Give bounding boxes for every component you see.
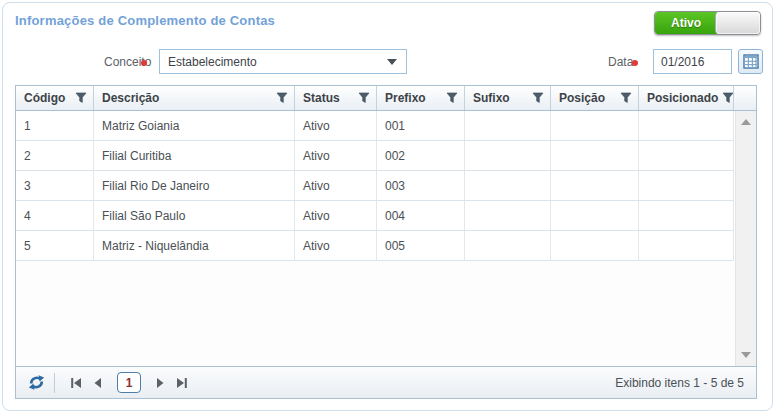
cell-descricao: Matriz Goiania	[94, 111, 295, 141]
calendar-icon	[743, 54, 759, 69]
cell-posicionado	[639, 141, 734, 171]
data-label: Data	[608, 55, 633, 69]
cell-posicao	[551, 201, 639, 231]
grid-body: 1 Matriz Goiania Ativo 001 2 Filial Curi…	[16, 111, 756, 366]
cell-prefixo: 004	[377, 201, 465, 231]
cell-descricao: Filial Rio De Janeiro	[94, 171, 295, 201]
column-header-descricao[interactable]: Descrição	[94, 86, 295, 110]
cell-sufixo	[465, 201, 551, 231]
cell-prefixo: 003	[377, 171, 465, 201]
page-number-button[interactable]: 1	[117, 372, 141, 393]
next-page-icon	[154, 377, 166, 389]
refresh-icon	[28, 374, 45, 391]
cell-descricao: Filial São Paulo	[94, 201, 295, 231]
calendar-button[interactable]	[738, 49, 763, 74]
cell-posicionado	[639, 171, 734, 201]
toggle-knob[interactable]	[715, 12, 760, 34]
cell-posicao	[551, 231, 639, 261]
cell-codigo: 5	[16, 231, 94, 261]
page-title: Informações de Complemento de Contas	[15, 13, 275, 28]
column-header-spacer	[734, 86, 756, 110]
footer-separator	[54, 373, 55, 393]
conceito-selected-value: Estabelecimento	[160, 55, 387, 69]
cell-posicao	[551, 141, 639, 171]
cell-codigo: 3	[16, 171, 94, 201]
filter-icon[interactable]	[75, 92, 87, 104]
chevron-down-icon	[387, 59, 397, 65]
cell-descricao: Matriz - Niquelândia	[94, 231, 295, 261]
filter-icon[interactable]	[446, 92, 458, 104]
column-header-prefixo[interactable]: Prefixo	[377, 86, 465, 110]
cell-sufixo	[465, 231, 551, 261]
prev-page-icon	[92, 377, 104, 389]
grid-header: Código Descrição Status Prefixo Sufixo P…	[16, 86, 756, 111]
last-page-icon	[176, 377, 188, 389]
cell-status: Ativo	[295, 111, 377, 141]
cell-prefixo: 005	[377, 231, 465, 261]
table-row[interactable]: 1 Matriz Goiania Ativo 001	[16, 111, 756, 141]
table-row[interactable]: 5 Matriz - Niquelândia Ativo 005	[16, 231, 756, 261]
items-count-status: Exibindo itens 1 - 5 de 5	[615, 376, 748, 390]
toggle-on-label: Ativo	[655, 12, 717, 34]
cell-codigo: 4	[16, 201, 94, 231]
cell-prefixo: 002	[377, 141, 465, 171]
cell-codigo: 2	[16, 141, 94, 171]
column-header-status[interactable]: Status	[295, 86, 377, 110]
refresh-button[interactable]	[24, 371, 48, 395]
filter-icon[interactable]	[620, 92, 632, 104]
cell-posicao	[551, 111, 639, 141]
next-page-button[interactable]	[149, 372, 171, 394]
column-header-codigo[interactable]: Código	[16, 86, 94, 110]
cell-status: Ativo	[295, 231, 377, 261]
conceito-required-dot	[141, 60, 147, 66]
cell-posicionado	[639, 111, 734, 141]
scroll-up-icon[interactable]	[741, 119, 751, 125]
filter-icon[interactable]	[532, 92, 544, 104]
scrollbar[interactable]	[735, 111, 756, 366]
column-header-posicao[interactable]: Posição	[551, 86, 639, 110]
cell-sufixo	[465, 171, 551, 201]
cell-codigo: 1	[16, 111, 94, 141]
filter-icon[interactable]	[722, 92, 734, 104]
cell-posicionado	[639, 201, 734, 231]
table-row[interactable]: 4 Filial São Paulo Ativo 004	[16, 201, 756, 231]
cell-descricao: Filial Curitiba	[94, 141, 295, 171]
cell-sufixo	[465, 141, 551, 171]
cell-prefixo: 001	[377, 111, 465, 141]
conceito-select[interactable]: Estabelecimento	[159, 49, 407, 74]
cell-status: Ativo	[295, 171, 377, 201]
filter-icon[interactable]	[276, 92, 288, 104]
column-header-posicionado[interactable]: Posicionado	[639, 86, 734, 110]
data-required-dot	[632, 60, 638, 66]
last-page-button[interactable]	[171, 372, 193, 394]
grid-footer: 1 Exibindo itens 1 - 5 de 5	[16, 366, 756, 398]
ativo-toggle[interactable]: Ativo	[654, 11, 761, 35]
filter-icon[interactable]	[358, 92, 370, 104]
cell-posicionado	[639, 231, 734, 261]
table-row[interactable]: 3 Filial Rio De Janeiro Ativo 003	[16, 171, 756, 201]
cell-sufixo	[465, 111, 551, 141]
scroll-down-icon[interactable]	[741, 352, 751, 358]
accounts-grid: Código Descrição Status Prefixo Sufixo P…	[15, 85, 757, 399]
first-page-icon	[70, 377, 82, 389]
data-input[interactable]	[653, 49, 732, 74]
prev-page-button[interactable]	[87, 372, 109, 394]
cell-posicao	[551, 171, 639, 201]
complement-info-panel: Informações de Complemento de Contas Ati…	[2, 2, 773, 411]
first-page-button[interactable]	[65, 372, 87, 394]
column-header-sufixo[interactable]: Sufixo	[465, 86, 551, 110]
cell-status: Ativo	[295, 201, 377, 231]
cell-status: Ativo	[295, 141, 377, 171]
table-row[interactable]: 2 Filial Curitiba Ativo 002	[16, 141, 756, 171]
